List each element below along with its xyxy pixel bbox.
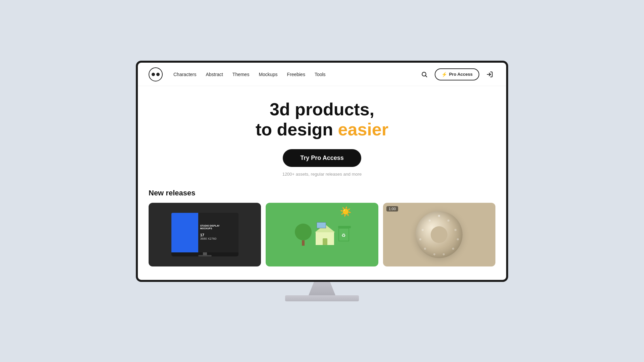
nav-link-abstract[interactable]: Abstract [206,72,223,77]
solar-panel-icon [317,222,326,228]
card-badge: 1:00 [386,206,398,212]
navbar: Characters Abstract Themes Mockups Freeb… [138,63,506,86]
brand-logo[interactable] [149,67,163,81]
sun-icon: ☀️ [340,206,352,217]
torus-knobs [416,211,463,258]
monitor-screen: Characters Abstract Themes Mockups Freeb… [138,63,506,280]
cards-row: STUDIO DISPLAYMOCKUPS 17 3680 X2760 [149,203,495,266]
tree-trunk [302,240,305,246]
nav-link-characters[interactable]: Characters [173,72,196,77]
pro-access-button[interactable]: ⚡ Pro Access [435,68,479,80]
nav-link-tools[interactable]: Tools [315,72,326,77]
bin-lid [338,226,351,228]
bolt-icon: ⚡ [441,72,447,77]
new-releases-section: New releases STUDIO DISPLAYMOCKUPS [138,183,506,280]
torus-shape [416,211,463,258]
card-dark-content: STUDIO DISPLAYMOCKUPS 17 3680 X2760 [149,203,261,266]
pro-access-label: Pro Access [449,72,473,77]
logo-dot-right [156,73,160,76]
search-button[interactable] [419,69,430,80]
mockup-screen-right: STUDIO DISPLAYMOCKUPS 17 3680 X2760 [198,213,238,252]
green-card-content: ☀️ [266,203,378,266]
card-studio-mockups[interactable]: STUDIO DISPLAYMOCKUPS 17 3680 X2760 [149,203,261,266]
search-icon [421,71,428,78]
monitor-mockup: STUDIO DISPLAYMOCKUPS 17 3680 X2760 [171,213,238,256]
nav-link-mockups[interactable]: Mockups [259,72,277,77]
monitor-base [285,295,359,301]
monitor-wrapper: Characters Abstract Themes Mockups Freeb… [136,61,508,301]
bin-icon: ♻ [338,228,349,241]
mockup-base [198,255,212,256]
mockup-count: 17 [200,233,204,237]
recycle-symbol: ♻ [341,232,346,238]
logo-dot-left [152,73,155,76]
signin-button[interactable] [484,69,495,80]
signin-icon [486,71,493,78]
tree-canopy [295,224,312,240]
try-pro-button[interactable]: Try Pro Access [283,149,361,167]
mockup-stand [203,252,207,255]
hero-subtext: 1200+ assets, regular releases and more [282,172,362,177]
section-title: New releases [149,189,495,197]
beige-card-content [383,203,495,266]
logo-dots [152,73,160,76]
nav-links: Characters Abstract Themes Mockups Freeb… [173,72,419,77]
hero-title-line1: 3d products, [270,100,374,119]
mockup-screen-left [171,213,198,252]
nav-link-freebies[interactable]: Freebies [287,72,305,77]
monitor-frame: Characters Abstract Themes Mockups Freeb… [136,61,508,282]
hero-title-line2-normal: to design [256,120,338,139]
nav-actions: ⚡ Pro Access [419,68,495,80]
nav-link-themes[interactable]: Themes [232,72,250,77]
monitor-neck [309,282,335,295]
bin-wrapper: ♻ [338,228,349,241]
tree-icon [295,224,312,246]
card-torus[interactable]: 1:00 [383,203,495,266]
house-door [323,238,327,245]
mockup-title-text: STUDIO DISPLAYMOCKUPS [200,225,236,230]
hero-title: 3d products, to design easier [256,100,388,140]
house-icon [315,224,335,245]
hero-section: 3d products, to design easier Try Pro Ac… [138,86,506,183]
mockup-screen: STUDIO DISPLAYMOCKUPS 17 3680 X2760 [171,213,238,252]
house-body [316,232,334,245]
card-eco[interactable]: ☀️ [266,203,378,266]
mockup-resolution: 3680 X2760 [200,237,236,240]
svg-line-1 [425,75,427,77]
hero-title-accent: easier [338,120,388,139]
